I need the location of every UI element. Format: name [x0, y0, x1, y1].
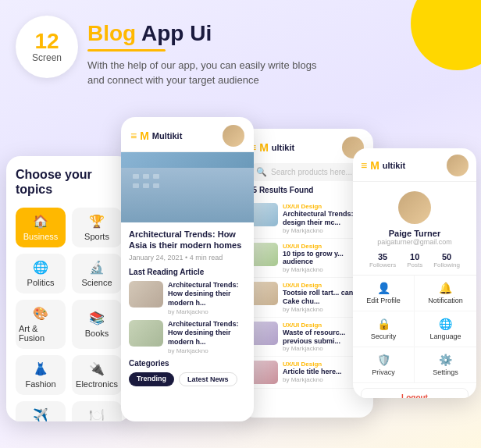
topic-label-fashion: Fashion: [25, 379, 55, 389]
phone4-header: ≡ M ultikit: [353, 148, 476, 182]
topic-label-electronics: Electronics: [76, 379, 118, 389]
article-meta-2: by Markjackno: [168, 347, 246, 354]
search-placeholder: Search products here...: [271, 168, 352, 176]
menu-language[interactable]: 🌐 Language: [415, 311, 476, 347]
logo-area-p2: ≡ M Multikit: [130, 130, 182, 142]
categories-row: Trending Latest News: [129, 372, 246, 386]
stat-posts: 10 Posts: [407, 252, 422, 268]
article-text-2: Architectural Trends: How desining their…: [168, 320, 246, 354]
article-img-2: [129, 320, 163, 347]
edit-profile-icon: 👤: [377, 282, 390, 294]
title-underline: [87, 49, 166, 52]
avatar-p4[interactable]: [447, 155, 469, 176]
menu-settings[interactable]: ⚙️ Settings: [415, 347, 476, 383]
topics-grid: 🏠 Business 🏆 Sports 🌐 Politics 🔬 Science…: [16, 208, 122, 421]
hamburger-icon[interactable]: ≡: [130, 130, 137, 142]
title-blog: Blog: [87, 21, 136, 45]
topic-business[interactable]: 🏠 Business: [16, 208, 66, 247]
article-title-2: Architectural Trends: How desining their…: [168, 320, 246, 347]
topic-food[interactable]: 🍽️ Food: [72, 401, 122, 421]
sports-icon: 🏆: [89, 214, 105, 229]
cat-latest[interactable]: Latest News: [179, 372, 237, 386]
settings-menu: 👤 Edit Profile 🔔 Notification 🔒 Security…: [353, 276, 476, 383]
subtitle-line2: and connect with your target audience: [87, 74, 259, 86]
menu-privacy[interactable]: 🛡️ Privacy: [353, 347, 415, 383]
categories-label: Categories: [129, 359, 246, 368]
travel-icon: ✈️: [33, 407, 48, 421]
search-bar[interactable]: 🔍 Search products here...: [248, 163, 365, 181]
followers-label: Followers: [369, 261, 396, 268]
settings-label: Settings: [433, 368, 458, 376]
subtitle-line1: With the help of our app, you can easily…: [87, 59, 316, 71]
language-label: Language: [429, 332, 461, 340]
topic-science[interactable]: 🔬 Science: [72, 254, 122, 293]
topic-electronics[interactable]: 🔌 Electronics: [72, 355, 122, 395]
stat-following: 50 Following: [433, 252, 460, 268]
cat-trending[interactable]: Trending: [129, 372, 174, 386]
topic-art[interactable]: 🎨 Art & Fusion: [16, 300, 66, 349]
phone1-topics: Choose your topics 🏠 Business 🏆 Sports 🌐…: [6, 156, 131, 421]
language-icon: 🌐: [439, 318, 452, 330]
privacy-icon: 🛡️: [377, 354, 390, 366]
small-article-2: Architectural Trends: How desining their…: [129, 320, 246, 354]
topic-politics[interactable]: 🌐 Politics: [16, 254, 66, 293]
books-icon: 📚: [89, 311, 105, 325]
science-icon: 🔬: [89, 260, 105, 275]
logo-m: M: [140, 130, 149, 142]
topic-fashion[interactable]: 👗 Fashion: [16, 355, 66, 395]
topic-label-science: Science: [81, 278, 112, 287]
app-title: Blog App Ui: [87, 22, 316, 46]
menu-security[interactable]: 🔒 Security: [353, 311, 415, 347]
art-icon: 🎨: [33, 306, 48, 321]
phones-container: Choose your topics 🏠 Business 🏆 Sports 🌐…: [0, 109, 481, 448]
following-label: Following: [433, 261, 460, 268]
title-block: Blog App Ui With the help of our app, yo…: [87, 16, 316, 88]
logo-m-p4: M: [370, 159, 379, 172]
menu-edit-profile[interactable]: 👤 Edit Profile: [353, 276, 415, 311]
topic-label-art: Art & Fusion: [19, 324, 62, 343]
followers-count: 35: [378, 252, 387, 261]
phone2-feed: ≡ M Multikit Architectural Trends: How A…: [121, 117, 254, 421]
settings-icon: ⚙️: [439, 354, 452, 366]
politics-icon: 🌐: [33, 260, 48, 275]
phone2-header: ≡ M Multikit: [121, 117, 254, 152]
topic-sports[interactable]: 🏆 Sports: [72, 208, 122, 247]
profile-email: paigaturner@gmail.com: [377, 238, 452, 246]
hero-image: [121, 152, 254, 222]
topic-label-books: Books: [85, 329, 109, 338]
logo-text-p3: ultikit: [272, 143, 294, 152]
topic-label-sports: Sports: [84, 232, 109, 241]
phone2-main: Architectural Trends: How Asia is their …: [121, 222, 254, 393]
hamburger-icon-p4[interactable]: ≡: [361, 159, 367, 172]
topic-travel[interactable]: ✈️ Travel: [16, 401, 66, 421]
fashion-icon: 👗: [33, 361, 48, 376]
posts-label: Posts: [407, 261, 422, 268]
building-image: [121, 168, 254, 222]
search-icon: 🔍: [256, 167, 267, 177]
privacy-label: Privacy: [372, 368, 395, 376]
security-label: Security: [371, 332, 397, 340]
logo-m-p3: M: [259, 141, 269, 154]
small-article-1: Architectural Trends: How desining their…: [129, 281, 246, 315]
screen-label: Screen: [32, 52, 62, 63]
article-img-1: [129, 281, 163, 308]
topic-label-politics: Politics: [27, 278, 55, 287]
article-meta: January 24, 2021 • 4 min read: [129, 254, 246, 261]
food-icon: 🍽️: [89, 407, 105, 421]
business-icon: 🏠: [33, 214, 48, 229]
phone4-profile: ≡ M ultikit Paige Turner paigaturner@gma…: [353, 148, 476, 398]
screen-badge: 12 Screen: [16, 16, 78, 78]
deco-circle: [411, 0, 481, 70]
menu-notification[interactable]: 🔔 Notification: [415, 276, 476, 311]
logout-button[interactable]: Logout: [361, 388, 469, 398]
header: 12 Screen Blog App Ui With the help of o…: [16, 16, 316, 88]
security-icon: 🔒: [377, 318, 390, 330]
topic-label-business: Business: [23, 232, 59, 241]
profile-avatar: [398, 191, 431, 224]
article-title-1: Architectural Trends: How desining their…: [168, 281, 246, 308]
notification-label: Notification: [428, 297, 463, 304]
profile-stats: 35 Followers 10 Posts 50 Following: [369, 252, 460, 268]
logo-area-p4: ≡ M ultikit: [361, 159, 405, 172]
avatar-p2[interactable]: [223, 125, 244, 147]
topic-books[interactable]: 📚 Books: [72, 300, 122, 349]
